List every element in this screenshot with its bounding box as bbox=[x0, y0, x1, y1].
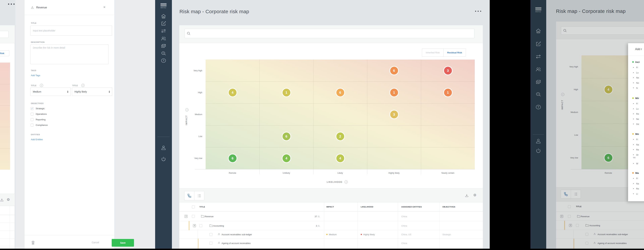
risk-count-bubble[interactable]: 1 bbox=[390, 89, 398, 96]
list-view-button[interactable] bbox=[194, 191, 204, 200]
add-menu-item[interactable]: Ne bbox=[633, 118, 639, 120]
add-menu-item[interactable]: Re bbox=[633, 113, 639, 115]
add-menu-item[interactable]: Or cu bbox=[633, 154, 638, 159]
matrix-gridline bbox=[313, 60, 314, 169]
delete-trash-icon[interactable] bbox=[31, 241, 35, 245]
sidebar-item-edit-icon[interactable] bbox=[161, 21, 166, 27]
download-icon[interactable] bbox=[0, 198, 4, 202]
table-row[interactable]: ?Accounting3 ⚠China bbox=[179, 221, 483, 230]
page-menu-ellipsis-icon[interactable] bbox=[475, 11, 481, 12]
settings-gear-icon[interactable]: ⚙ bbox=[7, 198, 10, 202]
impact-select[interactable]: Medium bbox=[30, 88, 70, 96]
sidebar-item-user-icon[interactable] bbox=[161, 145, 166, 151]
info-icon[interactable]: i bbox=[81, 84, 84, 87]
add-menu-item[interactable]: Ge bbox=[633, 123, 639, 125]
risk-count-bubble[interactable]: 6 bbox=[228, 154, 236, 162]
add-menu-item[interactable]: No bbox=[633, 82, 639, 84]
title-input[interactable] bbox=[30, 26, 112, 36]
sidebar-item-reports-icon[interactable] bbox=[161, 43, 166, 49]
description-input[interactable] bbox=[30, 44, 109, 64]
sidebar-item-home-icon[interactable] bbox=[161, 13, 166, 19]
objective-option[interactable]: Compliance bbox=[31, 124, 48, 126]
info-icon[interactable]: i bbox=[40, 84, 43, 87]
add-menu-item[interactable]: Fi bbox=[633, 138, 638, 141]
table-row[interactable]: ⚠Ageing of account receivablesChina bbox=[179, 239, 483, 248]
close-icon[interactable]: × bbox=[103, 5, 106, 9]
likelihood-axis-line bbox=[195, 169, 475, 169]
risk-count-bubble[interactable]: 6 bbox=[390, 67, 398, 74]
add-menu-group-label[interactable]: Inci bbox=[632, 61, 640, 63]
objective-checkbox[interactable] bbox=[31, 118, 34, 121]
risk-count-bubble[interactable]: 6 bbox=[282, 132, 290, 140]
add-menu-item[interactable]: Na bbox=[633, 143, 639, 146]
sidebar-item-alert-search-icon[interactable]: ! bbox=[161, 51, 166, 57]
add-menu-group-label[interactable]: Ma bbox=[632, 171, 639, 174]
expand-collapse-toggle[interactable]: ? bbox=[193, 224, 196, 227]
add-menu-group-label[interactable]: Mir bbox=[632, 97, 639, 100]
add-menu-item[interactable]: Is bbox=[633, 87, 638, 89]
expand-collapse-toggle[interactable]: ? bbox=[185, 215, 188, 218]
objective-checkbox[interactable] bbox=[31, 113, 34, 116]
risk-toggle[interactable]: Risk bbox=[0, 50, 10, 56]
table-row[interactable]: ?Revenue37 ⚠China bbox=[179, 212, 483, 221]
save-button[interactable]: Save bbox=[112, 239, 134, 247]
menu-button[interactable]: MENU bbox=[160, 3, 166, 8]
risk-count-bubble[interactable]: 4 bbox=[282, 154, 290, 162]
add-menu-item[interactable]: Re bbox=[633, 148, 639, 151]
column-header-impact[interactable]: IMPACT bbox=[326, 206, 334, 208]
add-menu-item[interactable]: W bbox=[633, 162, 638, 165]
risk-count-bubble[interactable]: 3 bbox=[390, 111, 398, 118]
row-checkbox[interactable] bbox=[200, 224, 202, 227]
objective-option[interactable]: Reporting bbox=[31, 118, 48, 121]
risk-count-bubble[interactable]: 1 bbox=[444, 89, 452, 96]
likelihood-cell: Highly likely bbox=[361, 233, 375, 236]
add-menu-group-label[interactable]: Mo bbox=[632, 132, 639, 135]
column-header-likelihood[interactable]: LIKELIHOOD bbox=[361, 206, 373, 208]
add-menu-item[interactable]: Fi bbox=[633, 66, 638, 69]
risk-count-bubble[interactable]: 4 bbox=[228, 89, 236, 96]
download-icon[interactable] bbox=[465, 194, 468, 197]
row-checkbox[interactable] bbox=[192, 215, 195, 218]
add-menu-item[interactable]: Li bbox=[633, 193, 638, 195]
add-menu-item[interactable]: Lo bbox=[633, 108, 638, 110]
objective-option[interactable]: Operations bbox=[31, 113, 48, 116]
row-checkbox[interactable] bbox=[210, 242, 212, 245]
cancel-button[interactable]: Cancel bbox=[91, 241, 100, 244]
objective-option[interactable]: ✓Strategic bbox=[31, 107, 48, 110]
sidebar-item-arrows-icon[interactable] bbox=[161, 28, 166, 34]
add-menu-item[interactable]: Ne bbox=[633, 77, 639, 79]
settings-gear-icon[interactable]: ⚙ bbox=[473, 193, 476, 197]
add-menu-item[interactable]: Na bbox=[633, 182, 639, 185]
table-row[interactable]: ⚠Account receivables sub-ledgerMediumHig… bbox=[179, 230, 483, 239]
row-checkbox[interactable] bbox=[210, 233, 212, 236]
objective-checkbox[interactable] bbox=[31, 124, 34, 126]
info-icon[interactable]: i bbox=[344, 180, 348, 184]
column-header-title[interactable]: TITLE bbox=[200, 206, 205, 208]
objective-checkbox[interactable]: ✓ bbox=[31, 107, 34, 110]
column-header-assigned-entities[interactable]: ASSIGNED ENTITIES bbox=[401, 206, 422, 208]
tree-view-button[interactable] bbox=[184, 191, 194, 200]
page-menu-ellipsis-icon[interactable] bbox=[8, 3, 14, 5]
column-header-objectives[interactable]: OBJECTIVES bbox=[442, 206, 455, 208]
risk-count-bubble[interactable]: 4 bbox=[336, 154, 344, 162]
add-tags-link[interactable]: Add Tags bbox=[31, 74, 40, 77]
sidebar-item-users-icon[interactable] bbox=[161, 36, 166, 42]
info-icon[interactable]: i bbox=[185, 108, 188, 112]
add-menu-item[interactable]: Re bbox=[633, 187, 639, 190]
matrix-gridline bbox=[206, 147, 475, 147]
risk-count-bubble[interactable]: 1 bbox=[282, 89, 290, 96]
residual-risk-button[interactable]: Risk bbox=[0, 51, 9, 56]
search-input[interactable] bbox=[0, 31, 8, 38]
add-menu-item[interactable]: Fi bbox=[633, 102, 638, 105]
add-menu-item[interactable]: Fi bbox=[633, 177, 638, 180]
risk-count-bubble[interactable]: 2 bbox=[336, 132, 344, 140]
likelihood-select[interactable]: Highly likely bbox=[72, 88, 112, 96]
risk-count-bubble[interactable]: 6 bbox=[336, 89, 344, 96]
sidebar-item-help-icon[interactable]: ? bbox=[161, 58, 166, 64]
panel-title: Revenue bbox=[36, 6, 47, 9]
select-all-checkbox[interactable] bbox=[192, 206, 195, 208]
risk-count-bubble[interactable]: 3 bbox=[444, 67, 452, 74]
sidebar-item-power-icon[interactable] bbox=[161, 156, 166, 162]
add-menu-item[interactable]: Lo bbox=[633, 71, 638, 74]
add-entities-link[interactable]: Add Entities bbox=[31, 138, 43, 141]
